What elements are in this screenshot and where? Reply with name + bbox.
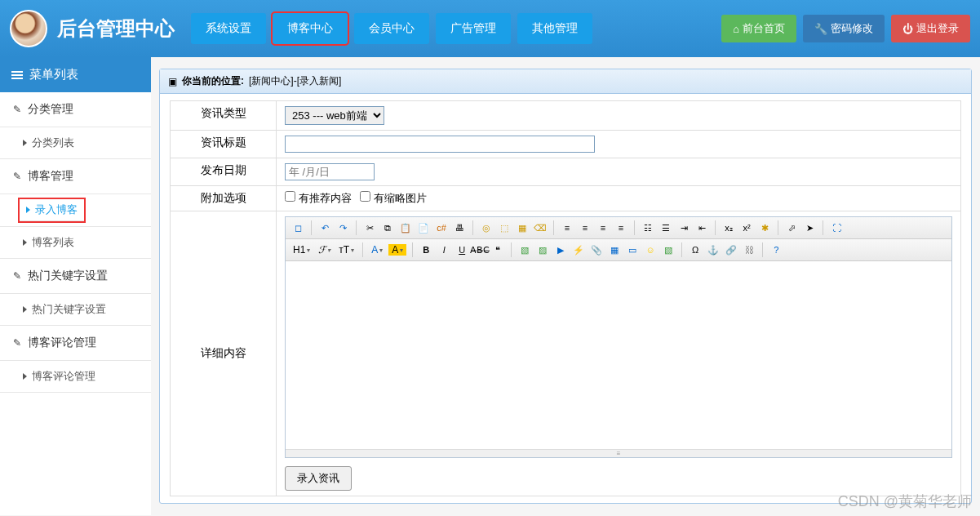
fullscreen-icon[interactable]: ⛶ bbox=[829, 220, 844, 235]
cut-icon[interactable]: ✂ bbox=[362, 220, 377, 235]
align-right-icon[interactable]: ≡ bbox=[596, 220, 610, 235]
align-center-icon[interactable]: ≡ bbox=[578, 220, 592, 235]
size-select[interactable]: тT bbox=[336, 244, 357, 256]
removeformat-icon[interactable]: ⌫ bbox=[533, 220, 548, 235]
front-page-button[interactable]: ⌂前台首页 bbox=[721, 15, 796, 42]
sidebar-item-comments[interactable]: 博客评论管理 bbox=[0, 361, 151, 393]
editor-resize-handle[interactable]: ≡ bbox=[286, 449, 951, 457]
edit-icon: ✎ bbox=[13, 337, 21, 349]
direction-icon[interactable]: ⬀ bbox=[784, 220, 799, 235]
symbol-icon[interactable]: Ω bbox=[688, 242, 703, 257]
anchor-icon[interactable]: ⚓ bbox=[706, 242, 721, 257]
nav-other[interactable]: 其他管理 bbox=[517, 13, 592, 44]
selectall-icon[interactable]: ▦ bbox=[515, 220, 530, 235]
checkbox-recommend[interactable] bbox=[285, 191, 295, 202]
align-justify-icon[interactable]: ≡ bbox=[614, 220, 628, 235]
submit-button[interactable]: 录入资讯 bbox=[285, 466, 352, 491]
indent-icon[interactable]: ⇥ bbox=[676, 220, 691, 235]
paste-text-icon[interactable]: 📄 bbox=[416, 220, 431, 235]
caret-icon bbox=[23, 140, 27, 146]
backcolor-select[interactable]: A bbox=[388, 244, 406, 256]
edit-icon: ✎ bbox=[13, 171, 21, 182]
source-icon[interactable]: ◻ bbox=[290, 220, 305, 235]
label-extra: 附加选项 bbox=[171, 186, 277, 211]
emoji-icon[interactable]: ☺ bbox=[643, 242, 658, 257]
caret-icon bbox=[23, 373, 27, 380]
template-icon[interactable]: ⬚ bbox=[497, 220, 512, 235]
checkbox-thumb[interactable] bbox=[360, 191, 370, 202]
type-select[interactable]: 253 --- web前端 bbox=[285, 106, 384, 125]
nav-ad[interactable]: 广告管理 bbox=[436, 13, 511, 44]
heading-select[interactable]: H1 bbox=[290, 244, 313, 256]
rich-editor: ◻ ↶ ↷ ✂ ⧉ 📋 📄 c# bbox=[285, 216, 952, 458]
file-icon[interactable]: 📎 bbox=[589, 242, 604, 257]
undo-icon[interactable]: ↶ bbox=[317, 220, 332, 235]
list-ol-icon[interactable]: ☷ bbox=[641, 220, 655, 235]
window-icon: ▣ bbox=[168, 76, 177, 87]
image-icon[interactable]: ▧ bbox=[517, 242, 532, 257]
copy-icon[interactable]: ⧉ bbox=[380, 220, 395, 235]
bold-icon[interactable]: B bbox=[419, 242, 433, 257]
align-left-icon[interactable]: ≡ bbox=[560, 220, 574, 235]
avatar[interactable] bbox=[10, 10, 47, 47]
password-button[interactable]: 🔧密码修改 bbox=[803, 15, 885, 42]
label-type: 资讯类型 bbox=[171, 101, 277, 131]
sidebar-item-blog-list[interactable]: 博客列表 bbox=[0, 227, 151, 259]
sidebar-item-add-blog[interactable]: 录入博客 bbox=[20, 199, 84, 221]
redo-icon[interactable]: ↷ bbox=[335, 220, 350, 235]
label-title: 资讯标题 bbox=[171, 131, 277, 158]
hr-icon[interactable]: ▭ bbox=[625, 242, 640, 257]
sidebar-section-comments[interactable]: ✎博客评论管理 bbox=[0, 326, 151, 361]
quote-icon[interactable]: ❝ bbox=[490, 242, 505, 257]
table-icon[interactable]: ▦ bbox=[607, 242, 622, 257]
print-icon[interactable]: 🖶 bbox=[452, 220, 467, 235]
edit-icon: ✎ bbox=[13, 104, 21, 115]
clear-icon[interactable]: ✱ bbox=[757, 220, 772, 235]
sidebar-section-category[interactable]: ✎分类管理 bbox=[0, 92, 151, 127]
media-icon[interactable]: ▶ bbox=[553, 242, 568, 257]
forecolor-select[interactable]: A bbox=[369, 244, 385, 256]
sub-icon[interactable]: x₂ bbox=[721, 220, 736, 235]
sidebar-section-keywords[interactable]: ✎热门关键字设置 bbox=[0, 259, 151, 294]
caret-icon bbox=[23, 306, 27, 313]
breadcrumb-label: 你当前的位置: bbox=[182, 74, 244, 88]
sup-icon[interactable]: x² bbox=[739, 220, 754, 235]
link-icon[interactable]: 🔗 bbox=[724, 242, 738, 257]
logout-button[interactable]: ⏻退出登录 bbox=[891, 15, 970, 42]
breadcrumb-path: [新闻中心]-[录入新闻] bbox=[249, 74, 341, 88]
list-ul-icon[interactable]: ☰ bbox=[659, 220, 673, 235]
paste-word-icon[interactable]: c# bbox=[434, 220, 449, 235]
strike-icon[interactable]: A̶B̶C̶ bbox=[472, 242, 487, 257]
date-input[interactable] bbox=[285, 163, 375, 180]
sidebar-item-category-list[interactable]: 分类列表 bbox=[0, 127, 151, 159]
pointer-icon[interactable]: ➤ bbox=[802, 220, 817, 235]
checkbox-thumb-label[interactable]: 有缩略图片 bbox=[360, 192, 427, 204]
multiimage-icon[interactable]: ▨ bbox=[535, 242, 550, 257]
checkbox-recommend-label[interactable]: 有推荐内容 bbox=[285, 192, 352, 204]
label-detail: 详细内容 bbox=[171, 211, 277, 496]
key-icon: 🔧 bbox=[814, 23, 827, 35]
outdent-icon[interactable]: ⇤ bbox=[694, 220, 709, 235]
font-select[interactable]: ℱ bbox=[316, 244, 333, 256]
edit-icon: ✎ bbox=[13, 270, 21, 282]
flash-icon[interactable]: ⚡ bbox=[571, 242, 586, 257]
nav-member[interactable]: 会员中心 bbox=[354, 13, 429, 44]
help-icon[interactable]: ? bbox=[769, 242, 783, 257]
label-date: 发布日期 bbox=[171, 158, 277, 186]
list-icon bbox=[11, 71, 23, 79]
sidebar: 菜单列表 ✎分类管理 分类列表 ✎博客管理 录入博客 博客列表 ✎热门关键字设置… bbox=[0, 57, 151, 515]
editor-toolbar-row1: ◻ ↶ ↷ ✂ ⧉ 📋 📄 c# bbox=[286, 217, 951, 239]
editor-body[interactable] bbox=[286, 261, 951, 449]
breadcrumb: ▣ 你当前的位置: [新闻中心]-[录入新闻] bbox=[160, 69, 971, 94]
sidebar-section-blog[interactable]: ✎博客管理 bbox=[0, 159, 151, 194]
nav-system[interactable]: 系统设置 bbox=[191, 13, 266, 44]
italic-icon[interactable]: I bbox=[437, 242, 451, 257]
nav-blog[interactable]: 博客中心 bbox=[273, 13, 348, 44]
unlink-icon[interactable]: ⛓ bbox=[742, 242, 756, 257]
title-input[interactable] bbox=[285, 136, 595, 153]
paste-icon[interactable]: 📋 bbox=[398, 220, 413, 235]
sidebar-item-keywords[interactable]: 热门关键字设置 bbox=[0, 294, 151, 326]
map-icon[interactable]: ▧ bbox=[661, 242, 676, 257]
underline-icon[interactable]: U bbox=[455, 242, 469, 257]
preview-icon[interactable]: ◎ bbox=[479, 220, 494, 235]
